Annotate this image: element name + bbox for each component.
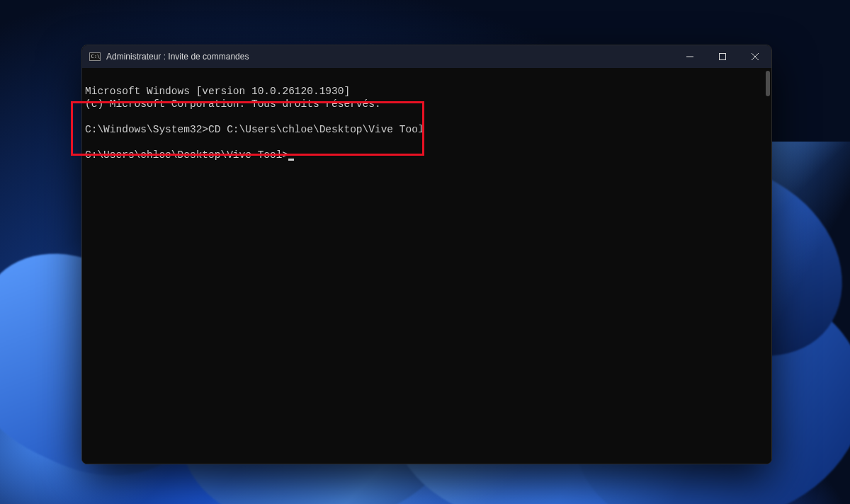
terminal-output-area[interactable]: Microsoft Windows [version 10.0.26120.19… — [82, 68, 771, 464]
window-titlebar[interactable]: C:\ Administrateur : Invite de commandes — [82, 45, 771, 68]
close-button[interactable] — [739, 45, 771, 68]
output-line: Microsoft Windows [version 10.0.26120.19… — [85, 85, 770, 98]
window-title: Administrateur : Invite de commandes — [106, 52, 674, 62]
svg-rect-3 — [720, 54, 726, 60]
command-prompt-window: C:\ Administrateur : Invite de commandes… — [81, 45, 772, 464]
entered-command: CD C:\Users\chloe\Desktop\Vive Tool — [208, 124, 424, 135]
maximize-button[interactable] — [706, 45, 739, 68]
prompt: C:\Windows\System32> — [85, 124, 208, 135]
blank-line — [85, 136, 770, 149]
blank-line — [85, 110, 770, 123]
current-prompt-line: C:\Users\chloe\Desktop\Vive Tool> — [85, 149, 770, 161]
prompt: C:\Users\chloe\Desktop\Vive Tool> — [85, 149, 288, 161]
command-line: C:\Windows\System32>CD C:\Users\chloe\De… — [85, 123, 770, 136]
minimize-button[interactable] — [674, 45, 706, 68]
output-line: (c) Microsoft Corporation. Tous droits r… — [85, 98, 770, 110]
cursor — [288, 159, 294, 161]
cmd-icon: C:\ — [89, 51, 101, 62]
svg-text:C:\: C:\ — [91, 54, 101, 59]
